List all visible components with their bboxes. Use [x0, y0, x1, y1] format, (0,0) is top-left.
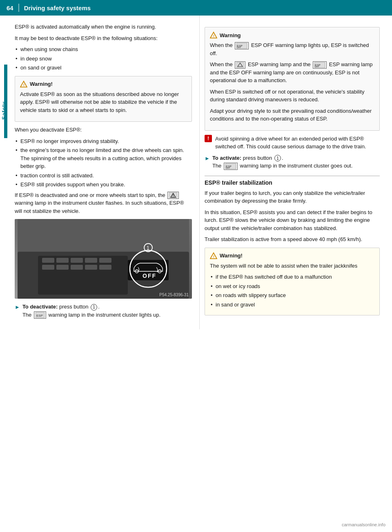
image-interior: OFF 1 [15, 219, 192, 299]
list-item: traction control is still activated. [15, 172, 192, 180]
header-bar: 64 Driving safety systems [0, 0, 392, 16]
arrow-right-icon-2: ► [205, 154, 210, 163]
svg-rect-11 [71, 258, 83, 263]
image-caption: P54.25-8396-31 [159, 293, 189, 297]
svg-rect-17 [85, 265, 97, 270]
warning-triangle-icon: ! [20, 80, 27, 88]
esp-off-lamp-icon-1: ESPOFF [235, 42, 249, 49]
warning-box-left: ! Warning! Activate ESP® as soon as the … [15, 76, 192, 122]
to-activate-text: To activate: press button 1. The ESPOFF … [212, 154, 353, 170]
warning-right-p2: When the ESP warning lamp and the ESPOFF… [210, 60, 374, 85]
section-divider [205, 176, 380, 176]
esp-warning-lamp-icon [167, 192, 179, 199]
svg-point-5 [173, 197, 174, 197]
warning-triangle-icon-2: ! [210, 252, 217, 259]
list-item: on sand or gravel [15, 64, 192, 72]
list-item: on roads with slippery surface [210, 291, 374, 300]
page-number: 64 [7, 4, 13, 11]
right-warning-header: ! Warning [210, 31, 374, 39]
svg-text:1: 1 [147, 245, 149, 251]
svg-rect-18 [99, 265, 111, 270]
svg-rect-16 [71, 265, 83, 270]
esp-off-lamp-icon-2: ESPOFF [313, 61, 327, 69]
svg-text:OFF: OFF [315, 65, 319, 68]
warning2-text: The system will not be able to assist wh… [210, 262, 374, 270]
watermark: carmanualsonline.info [342, 522, 385, 527]
svg-rect-10 [56, 258, 69, 263]
svg-text:ESP: ESP [36, 314, 43, 317]
section-text-1: If your trailer begins to lurch, you can… [205, 189, 380, 205]
warning-right-p3: When ESP is switched off or not operatio… [210, 88, 374, 104]
warning-box-title: Warning! [30, 81, 53, 87]
lamp-out-text: The ESPOFF warning lamp in the instrumen… [212, 163, 353, 169]
svg-rect-13 [99, 258, 111, 263]
header-divider [18, 4, 19, 12]
esp-off-lamp-icon-out: ESPOFF [224, 163, 238, 170]
list-item: in deep snow [15, 55, 192, 63]
list-item: when using snow chains [15, 45, 192, 54]
caution-box: ! Avoid spinning a drive wheel for an ex… [205, 135, 380, 151]
warning-header-2: ! Warning! [210, 252, 374, 259]
warning-box-text: Activate ESP® as soon as the situations … [20, 90, 187, 114]
list-item: in sand or gravel [210, 301, 374, 309]
header-title: Driving safety systems [24, 4, 91, 11]
to-deactivate-text: To deactivate: press button 1. The ESPOF… [22, 303, 160, 319]
svg-text:OFF: OFF [237, 46, 241, 49]
situations-list: when using snow chains in deep snow on s… [15, 45, 192, 72]
svg-text:!: ! [213, 255, 214, 259]
svg-rect-15 [56, 265, 69, 270]
section-text-2: In this situation, ESP® assists you and … [205, 208, 380, 232]
svg-text:OFF: OFF [143, 273, 156, 279]
arrow-right-icon: ► [15, 303, 20, 311]
right-warning-title: Warning [220, 32, 241, 38]
warning-title-2: Warning! [220, 253, 243, 259]
svg-text:!: ! [23, 83, 24, 87]
svg-rect-9 [42, 258, 54, 263]
warning-right-p1: When the ESPOFF ESP OFF warning lamp lig… [210, 41, 374, 57]
svg-text:!: ! [213, 34, 214, 38]
esp-warning-lamp-icon-2 [235, 61, 245, 69]
right-column: ! Warning When the ESPOFF ESP OFF warnin… [199, 16, 387, 329]
intro-text-1: ESP® is activated automatically when the… [15, 23, 192, 31]
intro-text-2: It may be best to deactivate ESP® in the… [15, 34, 192, 42]
car-interior-image: OFF 1 P54.25-8396-31 [15, 219, 192, 299]
warning2-list: if the ESP® has switched off due to a ma… [210, 273, 374, 308]
list-item: ESP® no longer improves driving stabilit… [15, 137, 192, 145]
warning-box-right-2: ! Warning! The system will not be able t… [205, 248, 380, 316]
deactivate-intro: When you deactivate ESP®: [15, 126, 192, 134]
list-item: ESP® still provides support when you bra… [15, 181, 192, 189]
deactivate-list: ESP® no longer improves driving stabilit… [15, 137, 192, 189]
warning-triangle-icon-right: ! [210, 31, 217, 39]
lamp-text: The ESPOFF warning lamp in the instrumen… [22, 312, 160, 318]
warning-right-p4: Adapt your driving style to suit the pre… [210, 107, 374, 123]
instrument-text: If ESP® is deactivated and one or more w… [15, 191, 192, 215]
esp-off-lamp-inline-icon: ESPOFF [34, 311, 46, 319]
list-item: on wet or icy roads [210, 282, 374, 291]
left-column: ESP® is activated automatically when the… [11, 16, 199, 329]
warning-header: ! Warning! [20, 80, 187, 88]
side-marker: Safety [0, 16, 11, 329]
list-item: if the ESP® has switched off due to a ma… [210, 273, 374, 281]
svg-rect-12 [85, 258, 97, 263]
list-item: the engine's torque is no longer limited… [15, 146, 192, 170]
content-wrapper: Safety ESP® is activated automatically w… [0, 16, 392, 329]
caution-text: Avoid spinning a drive wheel for an exte… [215, 135, 380, 151]
svg-text:OFF: OFF [226, 167, 230, 169]
svg-rect-14 [42, 265, 54, 270]
section-title: ESP® trailer stabilization [205, 179, 380, 186]
button-circle-icon-2: 1 [274, 155, 281, 161]
to-activate-action: ► To activate: press button 1. The ESPOF… [205, 154, 380, 170]
section-label: Safety [1, 101, 7, 120]
exclamation-icon: ! [205, 135, 212, 142]
section-text-3: Trailer stabilization is active from a s… [205, 235, 380, 244]
warning-box-right: ! Warning When the ESPOFF ESP OFF warnin… [205, 27, 380, 131]
to-deactivate-action: ► To deactivate: press button 1. The ESP… [15, 303, 192, 319]
button-circle-icon: 1 [91, 304, 97, 311]
